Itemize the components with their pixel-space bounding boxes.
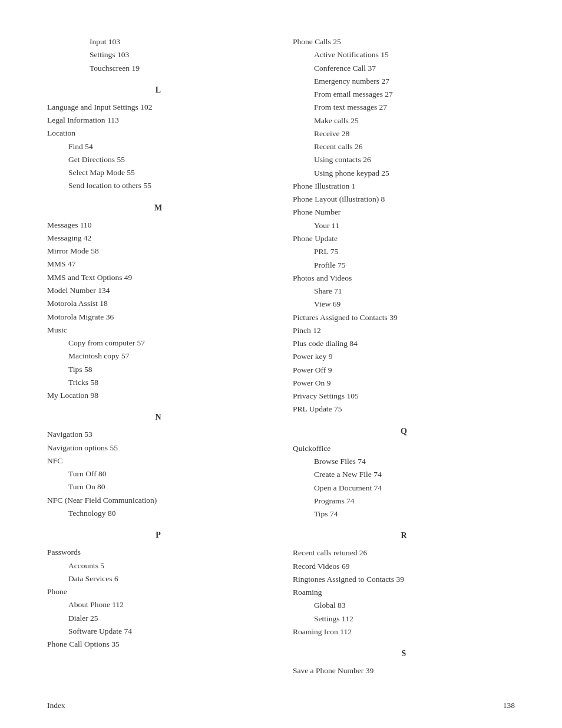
index-entry: Find 54 xyxy=(47,140,269,153)
index-entry: Receive 28 xyxy=(293,127,515,140)
index-entry: Tips 74 xyxy=(293,508,515,521)
index-entry: Language and Input Settings 102 xyxy=(47,101,269,114)
index-entry: Roaming Icon 112 xyxy=(293,625,515,638)
index-entry: Select Map Mode 55 xyxy=(47,166,269,179)
index-entry: Turn On 80 xyxy=(47,480,269,493)
index-entry: Messaging 42 xyxy=(47,232,269,245)
index-entry: Plus code dialing 84 xyxy=(293,337,515,350)
index-entry: MMS and Text Options 49 xyxy=(47,271,269,284)
section-letter: Q xyxy=(293,427,515,436)
index-entry: My Location 98 xyxy=(47,389,269,402)
index-entry: From text messages 27 xyxy=(293,101,515,114)
index-entry: Data Services 6 xyxy=(47,572,269,585)
footer-left: Index xyxy=(47,701,65,710)
footer: Index 138 xyxy=(47,701,515,710)
index-entry: NFC xyxy=(47,454,269,467)
index-entry: Copy from computer 57 xyxy=(47,337,269,350)
index-entry: Pinch 12 xyxy=(293,324,515,337)
index-entry: Active Notifications 15 xyxy=(293,48,515,61)
section-letter: L xyxy=(47,85,269,95)
index-entry: Settings 112 xyxy=(293,612,515,625)
index-entry: Location xyxy=(47,127,269,140)
index-entry: Phone Calls 25 xyxy=(293,35,515,48)
index-entry: Power Off 9 xyxy=(293,364,515,377)
index-entry: Phone Illustration 1 xyxy=(293,180,515,193)
index-entry: Tips 58 xyxy=(47,363,269,376)
index-entry: Macintosh copy 57 xyxy=(47,350,269,363)
index-entry: Navigation 53 xyxy=(47,428,269,441)
index-section: RRecent calls retuned 26Record Videos 69… xyxy=(293,531,515,638)
index-entry: Privacy Settings 105 xyxy=(293,390,515,403)
index-entry: Record Videos 69 xyxy=(293,560,515,573)
index-entry: Technology 80 xyxy=(47,507,269,520)
index-section: NNavigation 53Navigation options 55NFCTu… xyxy=(47,413,269,520)
footer-right: 138 xyxy=(503,701,515,710)
index-entry: Phone Update xyxy=(293,232,515,245)
index-entry: Mirror Mode 58 xyxy=(47,245,269,258)
index-section: LLanguage and Input Settings 102Legal In… xyxy=(47,85,269,193)
index-entry: About Phone 112 xyxy=(47,598,269,611)
index-entry: NFC (Near Field Communication) xyxy=(47,494,269,507)
index-entry: Phone Number xyxy=(293,206,515,219)
index-entry: Power key 9 xyxy=(293,350,515,363)
index-entry: PRL Update 75 xyxy=(293,403,515,416)
index-entry: Legal Information 113 xyxy=(47,114,269,127)
index-entry: Get Directions 55 xyxy=(47,153,269,166)
index-entry: Pictures Assigned to Contacts 39 xyxy=(293,311,515,324)
index-entry: Send location to others 55 xyxy=(47,179,269,192)
index-entry: Save a Phone Number 39 xyxy=(293,664,515,677)
index-entry: Accounts 5 xyxy=(47,559,269,572)
index-entry: Share 71 xyxy=(293,285,515,298)
index-entry: Motorola Assist 18 xyxy=(47,297,269,310)
index-entry: MMS 47 xyxy=(47,258,269,271)
index-section: QQuickofficeBrowse Files 74Create a New … xyxy=(293,427,515,521)
index-entry: Your 11 xyxy=(293,219,515,232)
index-entry: Conference Call 37 xyxy=(293,62,515,75)
index-entry: Phone xyxy=(47,585,269,598)
index-entry: Phone Call Options 35 xyxy=(47,638,269,651)
index-entry: Turn Off 80 xyxy=(47,467,269,480)
section-letter: M xyxy=(47,203,269,213)
index-entry: View 69 xyxy=(293,298,515,311)
index-entry: Browse Files 74 xyxy=(293,455,515,468)
index-entry: Ringtones Assigned to Contacts 39 xyxy=(293,573,515,586)
index-entry: Dialer 25 xyxy=(47,612,269,625)
index-entry: PRL 75 xyxy=(293,245,515,258)
index-entry: Phone Layout (illustration) 8 xyxy=(293,193,515,206)
index-section: Input 103Settings 103Touchscreen 19 xyxy=(47,35,269,75)
index-entry: Open a Document 74 xyxy=(293,482,515,495)
index-entry: Messages 110 xyxy=(47,219,269,232)
index-entry: Quickoffice xyxy=(293,442,515,455)
index-entry: Settings 103 xyxy=(47,48,269,61)
index-entry: Create a New File 74 xyxy=(293,468,515,481)
index-entry: Software Update 74 xyxy=(47,625,269,638)
index-entry: Passwords xyxy=(47,546,269,559)
index-entry: Recent calls retuned 26 xyxy=(293,546,515,559)
index-entry: Tricks 58 xyxy=(47,376,269,389)
index-entry: Roaming xyxy=(293,586,515,599)
index-entry: Input 103 xyxy=(47,35,269,48)
section-letter: S xyxy=(293,649,515,658)
index-entry: Photos and Videos xyxy=(293,272,515,285)
index-entry: Model Number 134 xyxy=(47,284,269,297)
index-entry: Profile 75 xyxy=(293,259,515,272)
index-section: MMessages 110Messaging 42Mirror Mode 58M… xyxy=(47,203,269,403)
section-letter: N xyxy=(47,413,269,422)
index-entry: Make calls 25 xyxy=(293,114,515,127)
index-entry: Touchscreen 19 xyxy=(47,62,269,75)
index-entry: Global 83 xyxy=(293,599,515,612)
index-entry: Using contacts 26 xyxy=(293,153,515,166)
index-entry: Power On 9 xyxy=(293,377,515,390)
index-section: PPasswordsAccounts 5Data Services 6Phone… xyxy=(47,531,269,651)
left-column: Input 103Settings 103Touchscreen 19LLang… xyxy=(47,35,269,688)
index-entry: From email messages 27 xyxy=(293,88,515,101)
index-section: Phone Calls 25Active Notifications 15Con… xyxy=(293,35,515,416)
index-entry: Motorola Migrate 36 xyxy=(47,311,269,324)
index-entry: Recent calls 26 xyxy=(293,140,515,153)
section-letter: R xyxy=(293,531,515,541)
index-entry: Using phone keypad 25 xyxy=(293,167,515,180)
index-entry: Programs 74 xyxy=(293,495,515,508)
section-letter: P xyxy=(47,531,269,540)
index-section: SSave a Phone Number 39 xyxy=(293,649,515,677)
right-column: Phone Calls 25Active Notifications 15Con… xyxy=(293,35,515,688)
